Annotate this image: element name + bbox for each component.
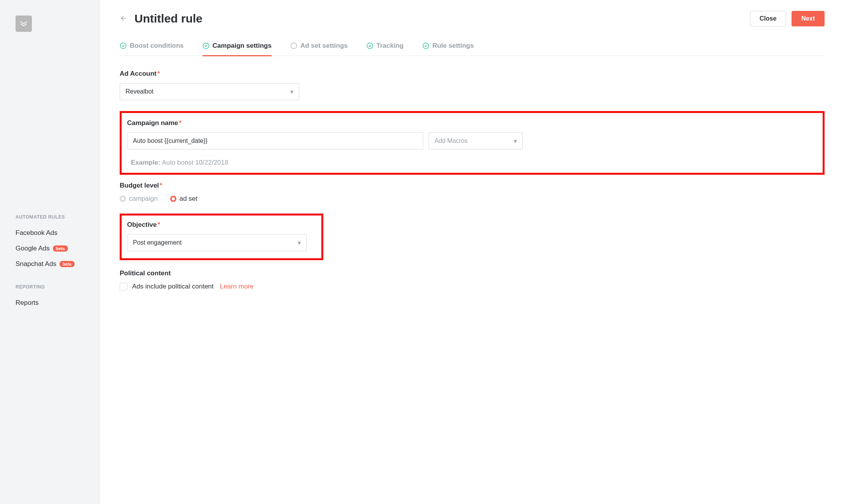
sidebar-item-label: Reports bbox=[16, 299, 39, 307]
budget-level-group: Budget level* campaign ad set bbox=[120, 182, 825, 203]
tab-label: Campaign settings bbox=[213, 42, 272, 50]
sidebar-item-label: Snapchat Ads bbox=[16, 260, 56, 268]
tabs: Boost conditions Campaign settings Ad se… bbox=[120, 42, 825, 56]
campaign-name-input[interactable]: Auto boost {{current_date}} bbox=[127, 132, 423, 149]
tab-rule-settings[interactable]: Rule settings bbox=[422, 42, 474, 56]
check-circle-icon bbox=[120, 42, 127, 49]
beta-badge: beta bbox=[59, 261, 75, 267]
campaign-name-example: Example: Auto boost 10/22/2018 bbox=[127, 159, 817, 167]
tab-campaign-settings[interactable]: Campaign settings bbox=[202, 42, 272, 56]
radio-campaign[interactable]: campaign bbox=[120, 195, 158, 203]
svg-point-1 bbox=[203, 43, 209, 49]
check-circle-icon bbox=[422, 42, 429, 49]
next-button[interactable]: Next bbox=[792, 11, 825, 26]
select-value: Revealbot bbox=[126, 88, 153, 95]
svg-point-0 bbox=[120, 43, 126, 49]
close-button[interactable]: Close bbox=[750, 11, 786, 26]
tab-tracking[interactable]: Tracking bbox=[366, 42, 404, 56]
arrow-left-icon bbox=[120, 14, 127, 22]
campaign-name-highlight: Campaign name* Auto boost {{current_date… bbox=[120, 111, 825, 175]
svg-point-3 bbox=[367, 43, 373, 49]
campaign-name-label: Campaign name* bbox=[127, 119, 817, 127]
ad-account-label: Ad Account* bbox=[120, 70, 825, 78]
logo-icon bbox=[19, 19, 28, 28]
political-content-label: Political content bbox=[120, 269, 825, 277]
objective-highlight: Objective* Post engagement ▾ bbox=[120, 214, 323, 260]
learn-more-link[interactable]: Learn more bbox=[220, 283, 254, 290]
sidebar-item-label: Google Ads bbox=[16, 245, 50, 252]
input-value: Auto boost {{current_date}} bbox=[133, 137, 208, 144]
add-macros-select[interactable]: Add Macros ▾ bbox=[429, 132, 523, 149]
tab-label: Boost conditions bbox=[130, 42, 184, 50]
tab-label: Ad set settings bbox=[300, 42, 348, 50]
sidebar-section-automated-rules: AUTOMATED RULES bbox=[0, 214, 100, 225]
checkbox-label: Ads include political content bbox=[132, 283, 214, 290]
sidebar-item-google-ads[interactable]: Google Ads beta bbox=[0, 241, 100, 256]
radio-icon bbox=[170, 196, 176, 202]
chevron-down-icon: ▾ bbox=[514, 137, 517, 145]
svg-point-2 bbox=[291, 43, 296, 49]
main-content: Untitled rule Close Next Boost condition… bbox=[100, 0, 844, 504]
political-content-group: Political content Ads include political … bbox=[120, 269, 825, 290]
radio-icon bbox=[120, 196, 126, 202]
chevron-down-icon: ▾ bbox=[290, 88, 293, 96]
svg-point-4 bbox=[423, 43, 429, 49]
beta-badge: beta bbox=[53, 245, 68, 252]
budget-level-label: Budget level* bbox=[120, 182, 825, 189]
objective-select[interactable]: Post engagement ▾ bbox=[127, 234, 307, 251]
sidebar-item-snapchat-ads[interactable]: Snapchat Ads beta bbox=[0, 256, 100, 272]
tab-boost-conditions[interactable]: Boost conditions bbox=[120, 42, 184, 56]
sidebar-item-label: Facebook Ads bbox=[16, 229, 58, 237]
ad-account-select[interactable]: Revealbot ▾ bbox=[120, 83, 299, 100]
political-checkbox[interactable] bbox=[120, 283, 127, 290]
logo[interactable] bbox=[16, 16, 32, 32]
radio-label: campaign bbox=[129, 195, 158, 203]
chevron-down-icon: ▾ bbox=[298, 239, 301, 247]
radio-ad-set[interactable]: ad set bbox=[170, 195, 197, 203]
sidebar: AUTOMATED RULES Facebook Ads Google Ads … bbox=[0, 0, 100, 504]
page-title: Untitled rule bbox=[134, 12, 202, 25]
check-circle-icon bbox=[202, 42, 209, 49]
select-placeholder: Add Macros bbox=[434, 137, 467, 144]
ad-account-group: Ad Account* Revealbot ▾ bbox=[120, 70, 825, 100]
sidebar-section-reporting: REPORTING bbox=[0, 284, 100, 295]
check-circle-icon bbox=[366, 42, 373, 49]
tab-ad-set-settings[interactable]: Ad set settings bbox=[290, 42, 348, 56]
tab-label: Tracking bbox=[377, 42, 404, 50]
tab-label: Rule settings bbox=[432, 42, 474, 50]
empty-circle-icon bbox=[290, 42, 297, 49]
back-button[interactable] bbox=[120, 14, 127, 23]
sidebar-item-facebook-ads[interactable]: Facebook Ads bbox=[0, 225, 100, 241]
header: Untitled rule Close Next bbox=[120, 11, 825, 26]
sidebar-item-reports[interactable]: Reports bbox=[0, 295, 100, 311]
select-value: Post engagement bbox=[133, 239, 181, 246]
objective-label: Objective* bbox=[127, 221, 316, 229]
radio-label: ad set bbox=[180, 195, 197, 203]
